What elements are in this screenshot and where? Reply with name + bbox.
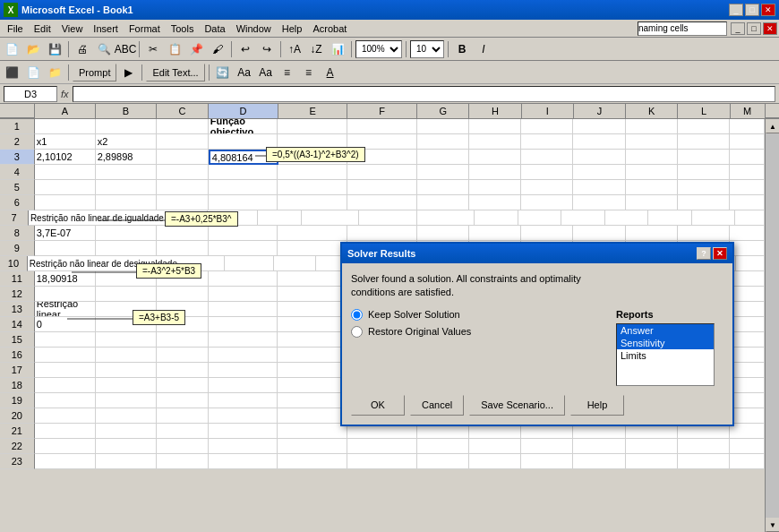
cell-a5[interactable] <box>35 180 96 195</box>
cell-d14[interactable] <box>209 317 278 332</box>
cell-e18[interactable] <box>278 378 347 393</box>
cell-d18[interactable] <box>209 378 278 393</box>
cell-l6[interactable] <box>678 195 730 210</box>
spell-button[interactable]: ABC <box>116 39 135 59</box>
cell-f7[interactable] <box>417 210 475 226</box>
save-scenario-button[interactable]: Save Scenario... <box>469 395 565 416</box>
cell-e12[interactable] <box>278 287 347 302</box>
cell-m7[interactable] <box>735 210 765 226</box>
cell-b6[interactable] <box>96 195 157 210</box>
cell-i3[interactable] <box>521 150 573 165</box>
app-minimize-button[interactable]: _ <box>731 22 745 35</box>
cell-j1[interactable] <box>573 119 625 134</box>
cell-e11[interactable] <box>278 271 347 287</box>
cell-c8[interactable] <box>157 226 209 241</box>
cell-b4[interactable] <box>96 165 157 180</box>
cell-h3[interactable] <box>469 150 521 165</box>
menu-window[interactable]: Window <box>231 21 277 36</box>
cell-m11[interactable] <box>730 271 765 287</box>
tb2-align1[interactable]: ≡ <box>278 63 297 82</box>
cell-b17[interactable] <box>96 363 157 378</box>
cell-c16[interactable] <box>157 348 209 363</box>
vertical-scrollbar[interactable]: ▲ ▼ <box>765 119 779 532</box>
cell-c22[interactable] <box>157 439 209 454</box>
cell-h22[interactable] <box>469 439 521 454</box>
cell-j7[interactable] <box>605 210 649 226</box>
cell-d11[interactable] <box>209 271 278 287</box>
cell-l4[interactable] <box>678 165 730 180</box>
cell-d23[interactable] <box>209 454 278 469</box>
italic-button[interactable]: I <box>474 39 493 59</box>
cell-f5[interactable] <box>347 180 417 195</box>
cell-e13[interactable] <box>278 302 347 317</box>
cell-b16[interactable] <box>96 348 157 363</box>
cell-a9[interactable] <box>35 241 96 256</box>
cell-k5[interactable] <box>626 180 678 195</box>
cell-g8[interactable] <box>417 226 469 241</box>
cell-c13[interactable] <box>157 302 209 317</box>
cell-b11[interactable] <box>96 271 157 287</box>
cell-c18[interactable] <box>157 378 209 393</box>
cell-a22[interactable] <box>35 439 96 454</box>
cell-a16[interactable] <box>35 348 96 363</box>
cell-f6[interactable] <box>347 195 417 210</box>
cell-b20[interactable] <box>96 408 157 424</box>
scroll-up-button[interactable]: ▲ <box>766 119 779 133</box>
cell-c10[interactable] <box>274 256 316 271</box>
menu-format[interactable]: Format <box>124 21 166 36</box>
cell-g2[interactable] <box>417 134 469 150</box>
cell-d7[interactable] <box>302 210 359 226</box>
cell-a20[interactable] <box>35 408 96 424</box>
cell-e8[interactable] <box>278 226 347 241</box>
cell-g3[interactable] <box>417 150 469 165</box>
cell-g23[interactable] <box>417 454 469 469</box>
cell-k8[interactable] <box>626 226 678 241</box>
redo-button[interactable]: ↪ <box>257 39 277 59</box>
cell-j3[interactable] <box>573 150 625 165</box>
cell-b13[interactable] <box>96 302 157 317</box>
cell-d1[interactable]: Função objectivo <box>209 119 278 134</box>
cell-b3[interactable]: 2,89898 <box>96 150 157 165</box>
cell-h23[interactable] <box>469 454 521 469</box>
cell-m8[interactable] <box>730 226 765 241</box>
tb2-format2[interactable]: Aa <box>256 63 276 82</box>
cell-c9[interactable] <box>157 241 209 256</box>
cell-c23[interactable] <box>157 454 209 469</box>
cell-m6[interactable] <box>730 195 765 210</box>
cell-b12[interactable] <box>96 287 157 302</box>
app-close-button[interactable]: ✕ <box>763 22 777 35</box>
cell-a1[interactable] <box>35 119 96 134</box>
cell-c21[interactable] <box>157 424 209 439</box>
radio-keep-solver[interactable]: Keep Solver Solution <box>351 309 607 321</box>
save-button[interactable]: 💾 <box>45 39 64 59</box>
cell-e5[interactable] <box>278 180 347 195</box>
cell-a8[interactable]: 3,7E-07 <box>35 226 96 241</box>
cell-h8[interactable] <box>469 226 521 241</box>
report-limits[interactable]: Limits <box>617 349 714 362</box>
cell-e9[interactable] <box>278 241 347 256</box>
cell-k23[interactable] <box>626 454 678 469</box>
cell-k7[interactable] <box>648 210 692 226</box>
cell-c14[interactable] <box>157 317 209 332</box>
cell-a21[interactable] <box>35 424 96 439</box>
ok-button[interactable]: OK <box>351 395 405 416</box>
print-button[interactable]: 🖨 <box>73 39 92 59</box>
menu-acrobat[interactable]: Acrobat <box>307 21 352 36</box>
cell-b18[interactable] <box>96 378 157 393</box>
cell-a17[interactable] <box>35 363 96 378</box>
cell-m4[interactable] <box>730 165 765 180</box>
cell-e21[interactable] <box>278 424 347 439</box>
cell-m17[interactable] <box>730 363 765 378</box>
app-restore-button[interactable]: □ <box>747 22 761 35</box>
cell-m9[interactable] <box>730 241 765 256</box>
cell-e2[interactable] <box>278 134 347 150</box>
cell-j6[interactable] <box>573 195 625 210</box>
dialog-help-button[interactable]: ? <box>697 247 711 260</box>
cell-l8[interactable] <box>678 226 730 241</box>
menu-file[interactable]: File <box>2 21 29 36</box>
cell-e6[interactable] <box>278 195 347 210</box>
cell-d16[interactable] <box>209 348 278 363</box>
cell-e19[interactable] <box>278 393 347 408</box>
cell-b5[interactable] <box>96 180 157 195</box>
cell-l7[interactable] <box>692 210 736 226</box>
